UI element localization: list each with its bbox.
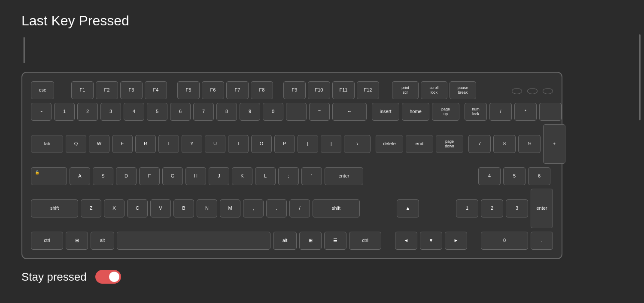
- key-p[interactable]: P: [274, 135, 295, 153]
- key-1[interactable]: 1: [54, 103, 75, 121]
- key-c[interactable]: C: [127, 199, 148, 217]
- scrollbar[interactable]: [639, 34, 641, 120]
- key-numlock[interactable]: numlock: [465, 103, 487, 121]
- key-q[interactable]: Q: [66, 135, 86, 153]
- key-num6[interactable]: 6: [528, 167, 550, 185]
- key-comma[interactable]: ,: [243, 199, 264, 217]
- key-8[interactable]: 8: [216, 103, 237, 121]
- key-b[interactable]: B: [173, 199, 194, 217]
- key-shift-left[interactable]: shift: [31, 199, 78, 217]
- key-arrow-right[interactable]: ►: [445, 232, 467, 250]
- key-num4[interactable]: 4: [478, 167, 501, 185]
- key-win-right[interactable]: ⊞: [299, 232, 322, 250]
- key-print-scr[interactable]: printscr: [392, 81, 419, 99]
- key-k[interactable]: K: [232, 167, 252, 185]
- key-f6[interactable]: F6: [202, 81, 224, 99]
- key-quote[interactable]: ': [301, 167, 322, 185]
- key-arrow-down[interactable]: ▼: [420, 232, 442, 250]
- key-num0[interactable]: 0: [481, 232, 528, 250]
- key-4[interactable]: 4: [124, 103, 144, 121]
- key-f[interactable]: F: [139, 167, 160, 185]
- key-0[interactable]: 0: [263, 103, 283, 121]
- key-n[interactable]: N: [197, 199, 217, 217]
- key-win-left[interactable]: ⊞: [66, 232, 88, 250]
- key-num7[interactable]: 7: [468, 135, 491, 153]
- key-space[interactable]: [117, 232, 270, 250]
- key-minus[interactable]: -: [286, 103, 307, 121]
- key-f9[interactable]: F9: [283, 81, 306, 99]
- key-end[interactable]: end: [406, 135, 433, 153]
- key-l[interactable]: L: [255, 167, 276, 185]
- key-v[interactable]: V: [150, 199, 171, 217]
- key-m[interactable]: M: [220, 199, 240, 217]
- key-num8[interactable]: 8: [493, 135, 516, 153]
- key-arrow-up[interactable]: ▲: [397, 199, 419, 217]
- key-page-up[interactable]: pageup: [432, 103, 459, 121]
- key-g[interactable]: G: [162, 167, 183, 185]
- key-arrow-left[interactable]: ◄: [395, 232, 417, 250]
- stay-pressed-toggle[interactable]: [95, 270, 121, 284]
- key-7[interactable]: 7: [193, 103, 214, 121]
- key-f4[interactable]: F4: [145, 81, 167, 99]
- key-lbracket[interactable]: [: [298, 135, 318, 153]
- key-f12[interactable]: F12: [357, 81, 379, 99]
- key-f3[interactable]: F3: [120, 81, 143, 99]
- key-equals[interactable]: =: [309, 103, 330, 121]
- key-f5[interactable]: F5: [177, 81, 200, 99]
- key-alt-left[interactable]: alt: [91, 232, 114, 250]
- key-semicolon[interactable]: ;: [278, 167, 299, 185]
- key-t[interactable]: T: [158, 135, 179, 153]
- key-alt-right[interactable]: alt: [273, 232, 297, 250]
- key-menu[interactable]: ☰: [324, 232, 346, 250]
- key-f2[interactable]: F2: [96, 81, 118, 99]
- key-rbracket[interactable]: ]: [321, 135, 341, 153]
- key-i[interactable]: I: [228, 135, 249, 153]
- key-f10[interactable]: F10: [308, 81, 330, 99]
- key-numadd[interactable]: +: [543, 124, 565, 164]
- key-r[interactable]: R: [135, 135, 156, 153]
- key-u[interactable]: U: [205, 135, 225, 153]
- key-period[interactable]: .: [266, 199, 287, 217]
- toggle-track[interactable]: [95, 270, 121, 284]
- key-numenter[interactable]: enter: [531, 189, 553, 228]
- key-nummul[interactable]: *: [514, 103, 537, 121]
- key-j[interactable]: J: [209, 167, 229, 185]
- key-f11[interactable]: F11: [332, 81, 355, 99]
- key-backspace[interactable]: ←: [332, 103, 367, 121]
- key-scroll-lock[interactable]: scrolllock: [421, 81, 447, 99]
- key-home[interactable]: home: [402, 103, 429, 121]
- key-9[interactable]: 9: [240, 103, 260, 121]
- key-pause-break[interactable]: pausebreak: [450, 81, 476, 99]
- key-e[interactable]: E: [112, 135, 133, 153]
- key-3[interactable]: 3: [100, 103, 121, 121]
- key-num3[interactable]: 3: [506, 199, 528, 217]
- key-slash[interactable]: /: [289, 199, 310, 217]
- key-x[interactable]: X: [104, 199, 125, 217]
- key-delete[interactable]: delete: [376, 135, 403, 153]
- key-esc[interactable]: esc: [31, 81, 54, 99]
- key-ctrl-left[interactable]: ctrl: [31, 232, 63, 250]
- key-insert[interactable]: insert: [372, 103, 399, 121]
- key-5[interactable]: 5: [147, 103, 167, 121]
- key-ctrl-right[interactable]: ctrl: [349, 232, 381, 250]
- key-num1[interactable]: 1: [456, 199, 478, 217]
- key-f8[interactable]: F8: [251, 81, 273, 99]
- key-h[interactable]: H: [185, 167, 206, 185]
- key-backslash[interactable]: \: [344, 135, 371, 153]
- key-z[interactable]: Z: [81, 199, 101, 217]
- key-w[interactable]: W: [89, 135, 109, 153]
- key-6[interactable]: 6: [170, 103, 191, 121]
- key-num2[interactable]: 2: [481, 199, 503, 217]
- key-2[interactable]: 2: [77, 103, 98, 121]
- key-d[interactable]: D: [116, 167, 137, 185]
- key-tilde[interactable]: ~: [31, 103, 52, 121]
- key-numdiv[interactable]: /: [489, 103, 512, 121]
- key-a[interactable]: A: [70, 167, 90, 185]
- key-tab[interactable]: tab: [31, 135, 63, 153]
- key-enter[interactable]: enter: [325, 167, 363, 185]
- key-num9[interactable]: 9: [518, 135, 541, 153]
- key-f1[interactable]: F1: [71, 81, 94, 99]
- key-s[interactable]: S: [93, 167, 113, 185]
- key-page-down[interactable]: pagedown: [436, 135, 463, 153]
- key-y[interactable]: Y: [182, 135, 202, 153]
